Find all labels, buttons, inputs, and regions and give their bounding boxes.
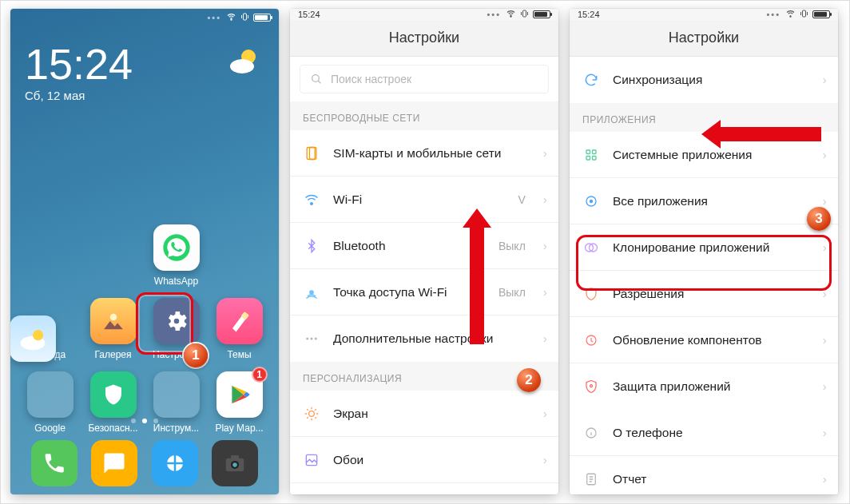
report-icon (582, 470, 600, 488)
status-time: 15:24 (578, 10, 600, 19)
dock-browser[interactable] (152, 440, 198, 486)
row-label: Все приложения (613, 193, 810, 208)
chevron-right-icon: › (543, 146, 547, 161)
row-sim[interactable]: SIM-карты и мобильные сети › (290, 130, 558, 177)
app-label: Галерея (85, 349, 142, 360)
chevron-right-icon: › (823, 379, 827, 394)
row-label: Обои (333, 452, 530, 467)
chevron-right-icon: › (543, 285, 547, 300)
svg-rect-30 (593, 150, 597, 154)
svg-rect-16 (523, 10, 526, 17)
search-placeholder: Поиск настроек (331, 73, 411, 85)
phone-settings-top: 15:24 ••• Настройки Поиск настроек БЕСПР… (290, 9, 558, 494)
svg-rect-32 (593, 156, 597, 160)
section-wireless: БЕСПРОВОДНЫЕ СЕТИ (290, 101, 558, 130)
display-icon (303, 405, 320, 423)
wifi-icon (303, 191, 320, 208)
svg-point-25 (309, 411, 315, 416)
svg-point-13 (233, 462, 238, 467)
search-input[interactable]: Поиск настроек (300, 65, 549, 93)
svg-rect-1 (244, 14, 247, 20)
app-themes[interactable]: Темы (211, 298, 268, 360)
app-gallery[interactable]: Галерея (85, 298, 142, 360)
point-left-arrow (717, 127, 821, 141)
hotspot-icon (303, 284, 320, 301)
svg-point-0 (231, 19, 232, 20)
row-display[interactable]: Экран › (290, 391, 558, 437)
about-icon (582, 424, 600, 442)
svg-rect-28 (803, 10, 806, 17)
row-component-update[interactable]: Обновление компонентов › (570, 317, 838, 363)
svg-point-24 (315, 338, 317, 340)
page-indicator (10, 412, 279, 427)
vibrate-icon (240, 12, 250, 23)
row-themes-setting[interactable]: Темы › (290, 483, 558, 494)
app-label: Темы (211, 349, 268, 360)
row-label: Отчет (613, 471, 810, 486)
row-app-lock[interactable]: Защита приложений › (570, 363, 838, 410)
row-label: Wi-Fi (333, 192, 505, 207)
svg-point-7 (109, 314, 117, 321)
phone-home-screen: ••• 15:24 Сб, 12 мая WhatsApp (10, 9, 279, 494)
vibrate-icon (799, 9, 809, 20)
chevron-right-icon: › (543, 192, 547, 207)
row-all-apps[interactable]: Все приложения › (570, 178, 838, 224)
vibrate-icon (519, 9, 530, 20)
svg-rect-31 (586, 156, 590, 160)
dock-phone[interactable] (31, 440, 77, 486)
row-wifi[interactable]: Wi-Fi V › (290, 177, 558, 223)
svg-rect-26 (306, 454, 316, 465)
row-sync[interactable]: Синхронизация › (570, 57, 838, 103)
more-settings-icon (303, 330, 320, 347)
row-report[interactable]: Отчет › (570, 456, 838, 494)
svg-point-27 (790, 16, 791, 17)
svg-rect-14 (231, 455, 239, 459)
svg-point-23 (311, 338, 313, 340)
battery-icon (253, 14, 271, 22)
weather-widget-icon[interactable] (226, 44, 261, 82)
svg-point-38 (590, 385, 593, 387)
app-weather[interactable]: Погода (22, 298, 79, 360)
svg-rect-29 (586, 150, 590, 154)
scroll-up-arrow (470, 224, 484, 344)
row-value: Выкл (498, 240, 526, 252)
svg-point-20 (311, 202, 313, 204)
svg-point-17 (312, 75, 320, 82)
row-bluetooth[interactable]: Bluetooth Выкл › (290, 223, 558, 269)
chevron-right-icon: › (823, 194, 827, 208)
svg-point-15 (510, 16, 511, 17)
app-lock-icon (582, 378, 600, 395)
svg-point-21 (310, 290, 313, 293)
row-more[interactable]: Дополнительные настройки › (290, 315, 558, 362)
row-label: Точка доступа Wi-Fi (333, 284, 486, 300)
step-2-badge: 2 (517, 368, 541, 392)
row-about[interactable]: О телефоне › (570, 410, 838, 456)
chevron-right-icon: › (543, 331, 547, 346)
svg-point-22 (306, 338, 308, 340)
status-bar: 15:24 ••• (570, 9, 838, 20)
bluetooth-icon (303, 237, 320, 255)
status-time: 15:24 (298, 10, 320, 19)
row-label: Системные приложения (613, 147, 810, 162)
dock-camera[interactable] (212, 440, 258, 486)
highlight-settings (136, 292, 193, 355)
battery-icon (812, 10, 830, 18)
page-title: Настройки (290, 20, 558, 57)
update-icon (582, 331, 600, 349)
home-date: Сб, 12 мая (25, 89, 264, 102)
battery-icon (533, 10, 550, 18)
badge: 1 (252, 367, 268, 383)
svg-point-3 (230, 59, 254, 73)
system-apps-icon (582, 146, 600, 164)
search-icon (310, 73, 323, 85)
dock-messages[interactable] (91, 440, 137, 486)
row-wallpaper[interactable]: Обои › (290, 437, 558, 483)
chevron-right-icon: › (543, 407, 547, 421)
sync-icon (582, 71, 600, 89)
app-whatsapp[interactable]: WhatsApp (148, 224, 205, 287)
row-hotspot[interactable]: Точка доступа Wi-Fi Выкл › (290, 269, 558, 315)
row-label: Bluetooth (333, 238, 486, 253)
row-label: Экран (333, 406, 530, 421)
chevron-right-icon: › (823, 148, 827, 162)
all-apps-icon (582, 192, 600, 210)
